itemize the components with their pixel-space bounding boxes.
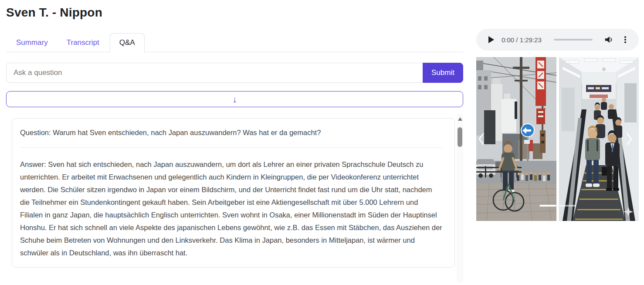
image-carousel <box>476 57 639 221</box>
tab-qa[interactable]: Q&A <box>110 33 145 52</box>
divider <box>20 147 442 148</box>
carousel-indicators <box>539 205 576 207</box>
sparkle-icon <box>624 207 633 217</box>
volume-icon[interactable] <box>604 35 613 44</box>
media-panel: 0:00 / 1:29:23 <box>476 0 639 285</box>
tab-transcript[interactable]: Transcript <box>58 33 108 52</box>
carousel-indicator-1[interactable] <box>539 205 556 207</box>
content-panel: Sven T. - Nippon Summary Transcript Q&A … <box>6 0 463 282</box>
carousel-track <box>476 57 639 221</box>
qa-answer: Answer: Sven hat sich entschieden, nach … <box>20 158 442 259</box>
page: Sven T. - Nippon Summary Transcript Q&A … <box>0 0 644 285</box>
scrollbar-thumb[interactable] <box>458 127 462 147</box>
qa-history-region: Question: Warum hat Sven entschieden, na… <box>6 114 463 282</box>
audio-time-display: 0:00 / 1:29:23 <box>502 36 542 44</box>
tab-summary[interactable]: Summary <box>8 33 56 52</box>
ask-question-form: Submit <box>6 63 463 83</box>
down-arrow-icon: ↓ <box>233 95 237 104</box>
scrollbar-up-arrow[interactable] <box>458 117 462 121</box>
audio-player: 0:00 / 1:29:23 <box>476 29 639 51</box>
photo-japanese-street-cyclist <box>476 57 556 221</box>
carousel-prev-icon[interactable] <box>477 132 486 146</box>
tab-bar: Summary Transcript Q&A <box>6 33 463 52</box>
carousel-next-icon[interactable] <box>625 132 634 146</box>
qa-question: Question: Warum hat Sven entschieden, na… <box>20 127 442 138</box>
page-title: Sven T. - Nippon <box>6 6 463 20</box>
play-icon[interactable] <box>488 36 495 43</box>
scroll-down-button[interactable]: ↓ <box>6 91 463 107</box>
qa-scroll-area[interactable]: Question: Warum hat Sven entschieden, na… <box>6 114 457 282</box>
scrollbar[interactable] <box>457 114 463 282</box>
audio-timeline[interactable] <box>554 39 593 41</box>
qa-card: Question: Warum hat Sven entschieden, na… <box>12 118 455 268</box>
submit-button[interactable]: Submit <box>423 63 463 83</box>
question-input[interactable] <box>6 63 423 83</box>
carousel-indicator-2[interactable] <box>559 205 576 207</box>
kebab-menu-icon[interactable] <box>622 35 628 44</box>
